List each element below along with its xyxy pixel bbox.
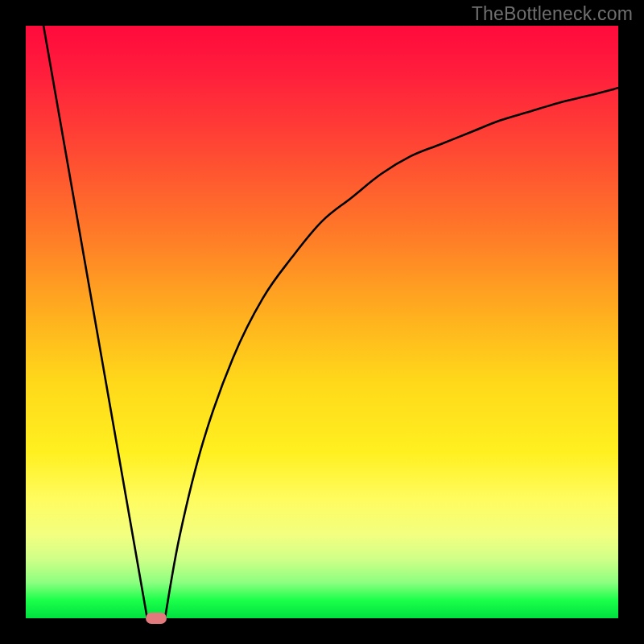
curve-right <box>165 88 618 618</box>
min-marker <box>146 613 167 623</box>
watermark-text: TheBottleneck.com <box>472 3 633 25</box>
chart-frame: TheBottleneck.com <box>0 0 644 644</box>
curve-left <box>43 26 147 618</box>
plot-area <box>26 26 618 618</box>
curve-svg <box>26 26 618 618</box>
